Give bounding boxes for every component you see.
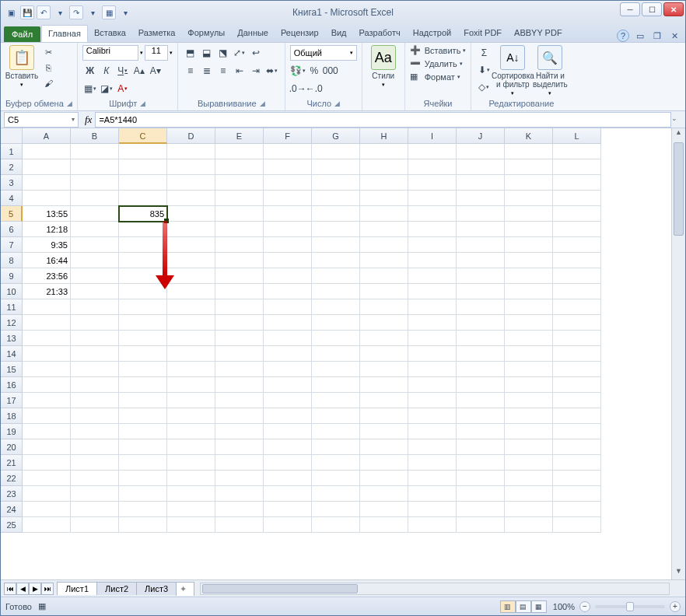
cell-G17[interactable] <box>312 393 360 408</box>
cell-B14[interactable] <box>71 346 119 362</box>
cell-F24[interactable] <box>264 502 312 517</box>
cell-E19[interactable] <box>215 424 264 439</box>
cell-D12[interactable] <box>167 315 215 331</box>
cell-F10[interactable] <box>264 284 312 299</box>
cell-K19[interactable] <box>505 424 553 439</box>
cell-F15[interactable] <box>264 362 312 377</box>
close-button[interactable]: ✕ <box>663 2 684 16</box>
cell-F1[interactable] <box>264 144 312 159</box>
col-header-I[interactable]: I <box>408 128 457 144</box>
row-header-16[interactable]: 16 <box>1 377 23 393</box>
cell-I21[interactable] <box>408 455 457 471</box>
cell-K15[interactable] <box>505 362 553 377</box>
row-header-12[interactable]: 12 <box>1 315 23 331</box>
cell-I2[interactable] <box>408 159 457 175</box>
cell-E3[interactable] <box>215 175 264 191</box>
cell-G11[interactable] <box>312 299 360 315</box>
font-launcher-icon[interactable]: ◢ <box>140 100 145 107</box>
cell-F6[interactable] <box>264 222 312 237</box>
doc-restore-icon[interactable]: ❐ <box>651 30 663 42</box>
cell-C8[interactable] <box>119 253 167 268</box>
cell-J20[interactable] <box>457 439 505 455</box>
cell-E23[interactable] <box>215 486 264 502</box>
row-header-13[interactable]: 13 <box>1 331 23 346</box>
cell-B22[interactable] <box>71 471 119 486</box>
col-header-G[interactable]: G <box>312 128 360 144</box>
cell-D21[interactable] <box>167 455 215 471</box>
cell-D8[interactable] <box>167 253 215 268</box>
cell-L17[interactable] <box>553 393 601 408</box>
cell-K21[interactable] <box>505 455 553 471</box>
cell-I22[interactable] <box>408 471 457 486</box>
tab-вид[interactable]: Вид <box>325 25 353 42</box>
tab-nav-last-icon[interactable]: ⏭ <box>41 583 54 595</box>
cell-B13[interactable] <box>71 331 119 346</box>
cell-D16[interactable] <box>167 377 215 393</box>
minimize-button[interactable]: ─ <box>620 2 640 16</box>
cell-B11[interactable] <box>71 299 119 315</box>
cell-E20[interactable] <box>215 439 264 455</box>
cell-L25[interactable] <box>553 517 601 533</box>
cell-K18[interactable] <box>505 408 553 424</box>
cell-A15[interactable] <box>23 362 71 377</box>
cell-E8[interactable] <box>215 253 264 268</box>
cell-L10[interactable] <box>553 284 601 299</box>
dec-decimal-icon[interactable]: ←.0 <box>306 81 322 96</box>
cell-E1[interactable] <box>215 144 264 159</box>
cell-C17[interactable] <box>119 393 167 408</box>
merge-button[interactable]: ⬌▾ <box>264 63 280 79</box>
cell-J1[interactable] <box>457 144 505 159</box>
cell-K17[interactable] <box>505 393 553 408</box>
cell-B19[interactable] <box>71 424 119 439</box>
percent-format-icon[interactable]: % <box>306 63 322 79</box>
row-header-1[interactable]: 1 <box>1 144 23 159</box>
macro-rec-icon[interactable]: ▦ <box>38 601 46 611</box>
cell-G5[interactable] <box>312 206 360 222</box>
cell-I20[interactable] <box>408 439 457 455</box>
cell-A8[interactable]: 16:44 <box>23 253 71 268</box>
cell-J6[interactable] <box>457 222 505 237</box>
row-header-9[interactable]: 9 <box>1 268 23 284</box>
cell-I8[interactable] <box>408 253 457 268</box>
cell-E10[interactable] <box>215 284 264 299</box>
cell-I24[interactable] <box>408 502 457 517</box>
cell-K10[interactable] <box>505 284 553 299</box>
cell-C7[interactable] <box>119 237 167 253</box>
cell-I16[interactable] <box>408 377 457 393</box>
cell-A13[interactable] <box>23 331 71 346</box>
tab-foxit pdf[interactable]: Foxit PDF <box>457 25 508 42</box>
cell-H21[interactable] <box>360 455 408 471</box>
cell-D10[interactable] <box>167 284 215 299</box>
cell-J22[interactable] <box>457 471 505 486</box>
cell-E12[interactable] <box>215 315 264 331</box>
cell-D6[interactable] <box>167 222 215 237</box>
cell-E4[interactable] <box>215 191 264 206</box>
cell-C11[interactable] <box>119 299 167 315</box>
maximize-button[interactable]: ☐ <box>642 2 662 16</box>
cell-B16[interactable] <box>71 377 119 393</box>
tab-вставка[interactable]: Вставка <box>88 25 132 42</box>
cell-J7[interactable] <box>457 237 505 253</box>
cell-E17[interactable] <box>215 393 264 408</box>
cell-K11[interactable] <box>505 299 553 315</box>
cell-B2[interactable] <box>71 159 119 175</box>
cell-B9[interactable] <box>71 268 119 284</box>
cell-C5[interactable]: 835 <box>119 206 167 222</box>
cell-K8[interactable] <box>505 253 553 268</box>
cell-E25[interactable] <box>215 517 264 533</box>
cell-J10[interactable] <box>457 284 505 299</box>
insert-cells-button[interactable]: ➕Вставить ▾ <box>410 45 467 56</box>
cell-B17[interactable] <box>71 393 119 408</box>
tab-nav-prev-icon[interactable]: ◀ <box>16 583 29 595</box>
cell-G1[interactable] <box>312 144 360 159</box>
cell-G10[interactable] <box>312 284 360 299</box>
cell-K3[interactable] <box>505 175 553 191</box>
help-icon[interactable]: ? <box>617 30 629 42</box>
cell-L1[interactable] <box>553 144 601 159</box>
cell-I9[interactable] <box>408 268 457 284</box>
cell-E6[interactable] <box>215 222 264 237</box>
cell-G21[interactable] <box>312 455 360 471</box>
font-name-select[interactable]: Calibri <box>82 45 138 61</box>
cell-D20[interactable] <box>167 439 215 455</box>
namebox-dropdown-icon[interactable]: ▾ <box>72 116 75 123</box>
